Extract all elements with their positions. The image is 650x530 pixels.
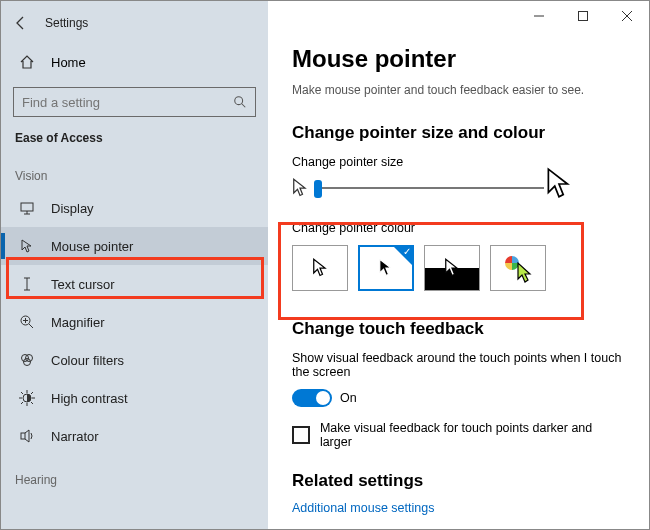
home-nav[interactable]: Home [1,45,268,79]
svg-rect-24 [21,433,25,439]
search-icon [225,95,255,109]
nav-magnifier[interactable]: Magnifier [1,303,268,341]
colour-black[interactable]: ✓ [358,245,414,291]
check-icon: ✓ [403,246,411,257]
heading-touch-feedback: Change touch feedback [292,319,625,339]
nav-high-contrast[interactable]: High contrast [1,379,268,417]
nav-text-cursor[interactable]: Text cursor [1,265,268,303]
link-additional-mouse-settings[interactable]: Additional mouse settings [292,501,434,515]
colour-inverted[interactable] [424,245,480,291]
heading-size-colour: Change pointer size and colour [292,123,625,143]
heading-related: Related settings [292,471,625,491]
label-pointer-colour: Change pointer colour [292,221,625,235]
nav-colour-filters[interactable]: Colour filters [1,341,268,379]
svg-line-1 [242,104,246,108]
small-cursor-icon [292,178,314,198]
page-subtitle: Make mouse pointer and touch feedback ea… [292,83,625,97]
svg-line-20 [21,392,23,394]
section-label: Ease of Access [1,117,268,151]
window-controls [517,1,649,31]
mouse-pointer-icon [17,238,37,254]
toggle-label: On [340,391,357,405]
nav-display[interactable]: Display [1,189,268,227]
sidebar: Settings Home Ease of Access Vision Disp… [1,1,268,529]
titlebar: Settings [1,5,268,41]
text-cursor-icon [17,276,37,292]
colour-custom[interactable] [490,245,546,291]
darker-larger-checkbox[interactable] [292,426,310,444]
narrator-icon [17,428,37,444]
magnifier-icon [17,314,37,330]
label-pointer-size: Change pointer size [292,155,625,169]
maximize-button[interactable] [561,1,605,31]
darker-larger-label: Make visual feedback for touch points da… [320,421,625,449]
back-button[interactable] [7,9,35,37]
close-button[interactable] [605,1,649,31]
darker-larger-row: Make visual feedback for touch points da… [292,421,625,449]
large-cursor-icon [546,167,572,201]
high-contrast-icon [17,390,37,406]
pointer-size-slider[interactable] [314,177,544,199]
app-title: Settings [45,16,88,30]
svg-rect-26 [579,12,588,21]
search-box[interactable] [13,87,256,117]
minimize-button[interactable] [517,1,561,31]
touch-feedback-toggle[interactable] [292,389,332,407]
colour-white[interactable] [292,245,348,291]
svg-line-21 [31,402,33,404]
page-title: Mouse pointer [292,45,625,73]
nav-mouse-pointer[interactable]: Mouse pointer [1,227,268,265]
group-hearing: Hearing [1,455,268,493]
svg-line-9 [29,324,33,328]
display-icon [17,200,37,216]
svg-point-0 [235,97,243,105]
svg-line-22 [31,392,33,394]
settings-window: Settings Home Ease of Access Vision Disp… [1,1,649,529]
toggle-knob [316,391,330,405]
pointer-colour-options: ✓ [292,245,625,291]
svg-line-23 [21,402,23,404]
group-vision: Vision [1,151,268,189]
svg-point-14 [24,359,31,366]
touch-toggle-row: On [292,389,625,407]
slider-track [314,187,544,189]
nav-narrator[interactable]: Narrator [1,417,268,455]
slider-thumb[interactable] [314,180,322,198]
colour-filters-icon [17,352,37,368]
search-input[interactable] [14,95,225,110]
home-label: Home [51,55,86,70]
main-panel: Mouse pointer Make mouse pointer and tou… [268,1,649,529]
touch-description: Show visual feedback around the touch po… [292,351,625,379]
svg-rect-2 [21,203,33,211]
pointer-size-row [292,177,625,199]
home-icon [17,54,37,70]
